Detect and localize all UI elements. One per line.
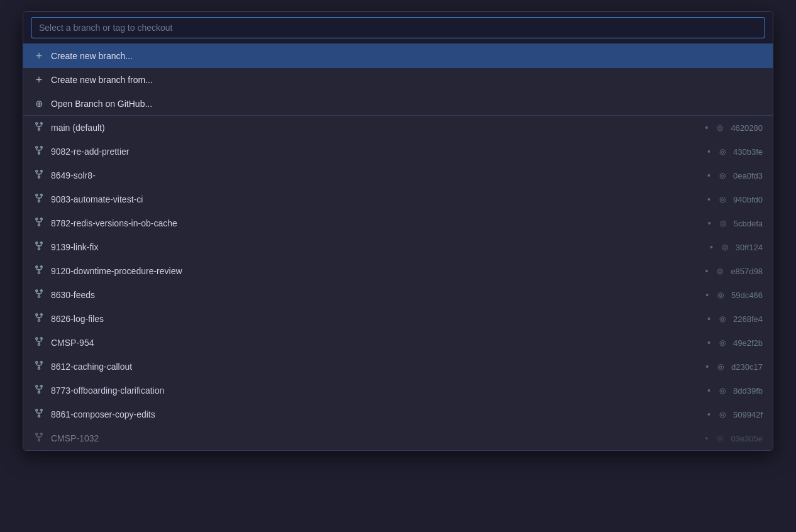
- commit-icon: ◎: [719, 410, 726, 419]
- commit-icon: ◎: [717, 291, 724, 299]
- branch-icon: [33, 384, 45, 397]
- commit-hash-10: d230c17: [731, 362, 763, 372]
- branch-item-7[interactable]: 8626-log-files • ◎ 2268fe4: [23, 307, 773, 331]
- search-bar: [23, 12, 773, 44]
- commit-hash-9: 49e2f2b: [733, 338, 763, 348]
- commit-icon: ◎: [717, 267, 723, 275]
- create-new-branch-item[interactable]: + Create new branch...: [23, 44, 773, 68]
- branch-name-4: 8782-redis-versions-in-ob-cache: [51, 218, 699, 228]
- commit-hash-7: 59dc466: [731, 291, 763, 300]
- branch-name-6: 9120-downtime-procedure-review: [51, 266, 696, 276]
- branch-item-main[interactable]: main (default) • ◎ 4620280: [23, 116, 773, 140]
- branch-item-4[interactable]: 9139-link-fix • ◎ 30ff124: [23, 235, 773, 259]
- create-new-branch-label: Create new branch...: [51, 51, 763, 61]
- commit-hash-main: 4620280: [731, 123, 763, 133]
- commit-icon: ◎: [719, 195, 726, 204]
- commit-hash-4: 5cbdefa: [734, 219, 763, 228]
- commit-icon: ◎: [717, 123, 723, 132]
- branch-item-5[interactable]: 9120-downtime-procedure-review • ◎ e857d…: [23, 259, 773, 283]
- branch-icon: [33, 217, 45, 230]
- branch-name-10: 8612-caching-callout: [51, 362, 697, 372]
- branch-item-10[interactable]: 8773-offboarding-clarification • ◎ 8dd39…: [23, 379, 773, 402]
- create-new-branch-from-item[interactable]: + Create new branch from...: [23, 68, 773, 92]
- commit-hash-8: 2268fe4: [733, 314, 763, 324]
- commit-hash-13: 03e305e: [731, 434, 763, 443]
- commit-hash-5: 30ff124: [736, 243, 763, 252]
- branch-item-2[interactable]: 9083-automate-vitest-ci • ◎ 940bfd0: [23, 187, 773, 211]
- branch-item-8[interactable]: CMSP-954 • ◎ 49e2f2b: [23, 331, 773, 355]
- globe-icon: ⊕: [33, 98, 45, 109]
- branch-icon: [33, 313, 45, 325]
- commit-icon: ◎: [719, 338, 726, 347]
- branch-icon: [33, 145, 45, 158]
- branch-icon: [33, 336, 45, 349]
- plus-icon: +: [33, 50, 45, 63]
- commit-hash-6: e857d98: [731, 267, 763, 276]
- branch-item-0[interactable]: 9082-re-add-prettier • ◎ 430b3fe: [23, 140, 773, 163]
- open-branch-github-item[interactable]: ⊕ Open Branch on GitHub...: [23, 92, 773, 116]
- branch-name-8: 8626-log-files: [51, 314, 699, 324]
- branch-name-11: 8773-offboarding-clarification: [51, 385, 699, 396]
- branch-icon: [33, 408, 45, 421]
- branch-item-1[interactable]: 8649-solr8- • ◎ 0ea0fd3: [23, 163, 773, 187]
- commit-icon: ◎: [719, 171, 726, 180]
- search-input[interactable]: [31, 17, 765, 38]
- branch-name-9: CMSP-954: [51, 338, 699, 348]
- commit-icon: ◎: [719, 147, 726, 156]
- separator: •: [705, 123, 708, 133]
- branch-item-12[interactable]: CMSP-1032 • ◎ 03e305e: [23, 426, 773, 450]
- branch-icon: [33, 265, 45, 277]
- branch-icon: [33, 193, 45, 206]
- commit-hash-3: 940bfd0: [733, 195, 763, 204]
- open-branch-github-label: Open Branch on GitHub...: [51, 99, 763, 109]
- commit-icon: ◎: [717, 362, 724, 371]
- commit-icon: ◎: [720, 219, 726, 228]
- commit-hash-12: 509942f: [733, 410, 763, 419]
- branch-name-13: CMSP-1032: [51, 433, 696, 443]
- branch-icon: [33, 169, 45, 182]
- commit-icon: ◎: [719, 386, 726, 395]
- plus-icon-2: +: [33, 74, 45, 87]
- branch-item-9[interactable]: 8612-caching-callout • ◎ d230c17: [23, 355, 773, 379]
- branch-item-3[interactable]: 8782-redis-versions-in-ob-cache • ◎ 5cbd…: [23, 211, 773, 235]
- branch-name-3: 9083-automate-vitest-ci: [51, 194, 699, 204]
- branch-name-5: 9139-link-fix: [51, 242, 701, 252]
- branch-item-6[interactable]: 8630-feeds • ◎ 59dc466: [23, 283, 773, 307]
- branch-name-12: 8861-composer-copy-edits: [51, 409, 699, 419]
- commit-hash-11: 8dd39fb: [733, 386, 763, 396]
- branch-name-2: 8649-solr8-: [51, 170, 699, 180]
- branch-icon: [33, 432, 45, 445]
- branch-icon: [33, 360, 45, 373]
- branch-item-11[interactable]: 8861-composer-copy-edits • ◎ 509942f: [23, 402, 773, 426]
- branch-name-7: 8630-feeds: [51, 290, 697, 300]
- create-new-branch-from-label: Create new branch from...: [51, 75, 763, 85]
- branch-icon: [33, 289, 45, 301]
- commit-hash-1: 430b3fe: [733, 147, 763, 157]
- branch-checkout-dropdown: + Create new branch... + Create new bran…: [23, 11, 773, 451]
- commit-hash-2: 0ea0fd3: [733, 171, 763, 180]
- branch-icon: [33, 121, 45, 134]
- branch-icon: [33, 241, 45, 253]
- branch-name-1: 9082-re-add-prettier: [51, 147, 699, 157]
- dropdown-list: + Create new branch... + Create new bran…: [23, 44, 773, 450]
- commit-icon: ◎: [719, 314, 726, 323]
- commit-icon: ◎: [722, 243, 728, 252]
- branch-name-main: main (default): [51, 123, 696, 133]
- commit-icon: ◎: [717, 434, 723, 443]
